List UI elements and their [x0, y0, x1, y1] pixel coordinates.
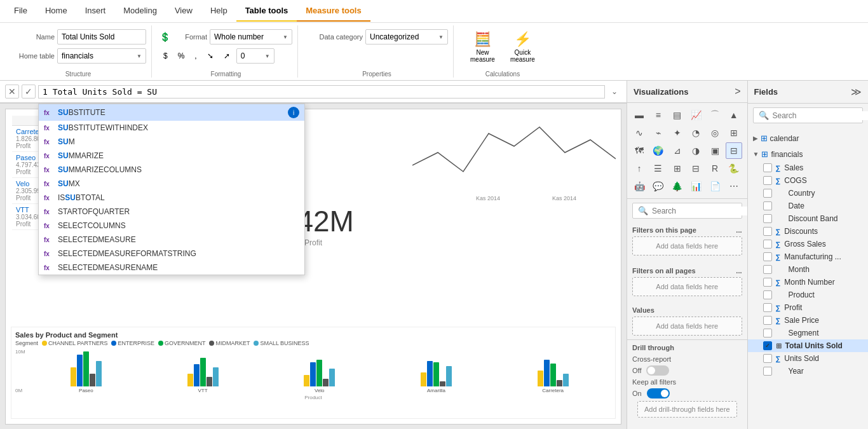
viz-more-icon[interactable]: ⋯: [726, 178, 742, 194]
fields-check-year[interactable]: [763, 367, 772, 376]
decimal-increase-btn[interactable]: ➚: [220, 50, 234, 62]
ac-item-sum[interactable]: fx SUM: [39, 135, 304, 149]
values-drop-area[interactable]: Add data fields here: [632, 317, 742, 336]
tab-help[interactable]: Help: [201, 1, 236, 22]
viz-matrix-icon[interactable]: ⊟: [688, 160, 704, 177]
fields-check-profit[interactable]: [763, 303, 772, 312]
fields-check-sales[interactable]: [763, 163, 772, 172]
viz-expand-button[interactable]: >: [735, 86, 740, 97]
new-measure-button[interactable]: 🧮 New measure: [464, 29, 501, 65]
ac-item-selectedmeasureformatstring[interactable]: fx SELECTEDMEASUREFORMATSTRING: [39, 247, 304, 261]
fields-item-month-number[interactable]: ∑ Month Number: [748, 276, 869, 289]
filters-page-drop-area[interactable]: Add data fields here: [632, 236, 742, 255]
fields-group-financials-header[interactable]: ▼ ⊞ financials: [748, 147, 869, 161]
fields-item-discount-band[interactable]: Discount Band: [748, 212, 869, 225]
viz-python-icon[interactable]: 🐍: [726, 160, 742, 177]
fields-item-cogs[interactable]: ∑ COGS: [748, 174, 869, 187]
viz-stacked-area-icon[interactable]: ▲: [726, 107, 742, 123]
tab-file[interactable]: File: [5, 1, 36, 22]
fields-check-date[interactable]: [763, 201, 772, 210]
fields-item-date[interactable]: Date: [748, 200, 869, 212]
ac-item-summarize[interactable]: fx SUMMARIZE: [39, 149, 304, 163]
viz-line-icon[interactable]: 📈: [688, 107, 704, 123]
viz-kpi-icon[interactable]: ↑: [631, 160, 648, 177]
ac-item-substitutewithindex[interactable]: fx SUBSTITUTEWITHINDEX: [39, 121, 304, 135]
viz-table-icon[interactable]: ⊞: [669, 160, 686, 177]
viz-search-input[interactable]: [652, 207, 747, 215]
ac-item-selectedmeasurename[interactable]: fx SELECTEDMEASURENAME: [39, 261, 304, 275]
formula-input[interactable]: 1 Total Units Sold = SU: [38, 85, 605, 99]
fields-check-discounts[interactable]: [763, 227, 772, 236]
viz-qa-icon[interactable]: 💬: [650, 178, 667, 194]
viz-gauge-icon[interactable]: ◑: [688, 142, 704, 159]
fields-check-month[interactable]: [763, 265, 772, 274]
viz-treemap-icon[interactable]: ⊞: [726, 125, 742, 141]
fields-item-profit[interactable]: ∑ Profit: [748, 301, 869, 314]
fields-check-totalunits[interactable]: ✓: [763, 341, 772, 350]
percent-btn[interactable]: %: [174, 50, 189, 62]
filters-all-more-icon[interactable]: ...: [736, 267, 742, 275]
filters-page-more-icon[interactable]: ...: [736, 226, 742, 234]
fields-check-segment[interactable]: [763, 329, 772, 337]
tab-view[interactable]: View: [166, 1, 201, 22]
viz-filled-map-icon[interactable]: 🌍: [650, 142, 667, 159]
tab-insert[interactable]: Insert: [76, 1, 115, 22]
fields-check-monthnumber[interactable]: [763, 278, 772, 287]
formula-close-button[interactable]: ✕: [5, 85, 19, 99]
viz-funnel-icon[interactable]: ⊿: [669, 142, 686, 159]
fields-search-input[interactable]: [773, 111, 868, 120]
fields-check-saleprice[interactable]: [763, 316, 772, 325]
ac-item-selectedmeasure[interactable]: fx SELECTEDMEASURE: [39, 233, 304, 247]
fields-item-gross-sales[interactable]: ∑ Gross Sales: [748, 238, 869, 250]
fields-item-product[interactable]: Product: [748, 289, 869, 301]
viz-paginated-icon[interactable]: 📄: [707, 178, 723, 194]
fields-check-manufacturing[interactable]: [763, 252, 772, 261]
fields-item-sale-price[interactable]: ∑ Sale Price: [748, 314, 869, 327]
fields-expand-button[interactable]: ≫: [851, 86, 862, 98]
fields-item-year[interactable]: Year: [748, 365, 869, 378]
viz-map-icon[interactable]: 🗺: [631, 142, 648, 159]
viz-card-icon[interactable]: ▣: [707, 142, 723, 159]
fields-item-segment[interactable]: Segment: [748, 327, 869, 339]
decimal-decrease-btn[interactable]: ➘: [203, 50, 217, 62]
fields-item-manufacturing[interactable]: ∑ Manufacturing ...: [748, 250, 869, 263]
viz-scatter-icon[interactable]: ✦: [669, 125, 686, 141]
ac-item-summarizecolumns[interactable]: fx SUMMARIZECOLUMNS: [39, 163, 304, 177]
decimal-dropdown[interactable]: 0 ▼: [236, 48, 275, 64]
ac-item-startofquarter[interactable]: fx STARTOFQUARTER: [39, 205, 304, 219]
tab-table-tools[interactable]: Table tools: [236, 1, 297, 22]
viz-r-script-icon[interactable]: R: [707, 160, 723, 177]
viz-ribbon-icon[interactable]: ⌁: [650, 125, 667, 141]
fields-check-country[interactable]: [763, 189, 772, 198]
format-dropdown[interactable]: Whole number ▼: [210, 29, 292, 44]
viz-100-bar-icon[interactable]: ▤: [669, 107, 686, 123]
viz-clustered-bar-icon[interactable]: ≡: [650, 107, 667, 123]
fields-check-unitssold[interactable]: [763, 354, 772, 363]
keep-filters-toggle[interactable]: [647, 388, 670, 398]
formula-check-button[interactable]: ✓: [22, 85, 36, 99]
viz-metrics-icon[interactable]: 📊: [688, 178, 704, 194]
fields-item-sales[interactable]: ∑ Sales: [748, 161, 869, 174]
cross-report-toggle[interactable]: [646, 365, 669, 376]
viz-decomp-icon[interactable]: 🌲: [669, 178, 686, 194]
add-drill-drop-area[interactable]: Add drill-through fields here: [637, 401, 737, 418]
dollar-btn[interactable]: $: [159, 50, 172, 62]
filters-all-drop-area[interactable]: Add data fields here: [632, 277, 742, 296]
quick-measure-button[interactable]: ⚡ Quick measure: [504, 29, 541, 65]
comma-btn[interactable]: ,: [191, 50, 200, 62]
viz-donut-icon[interactable]: ◎: [707, 125, 723, 141]
ac-info-button[interactable]: i: [288, 107, 299, 118]
ac-item-selectcolumns[interactable]: fx SELECTCOLUMNS: [39, 219, 304, 233]
data-category-dropdown[interactable]: Uncategorized ▼: [365, 29, 448, 44]
ac-item-substitute[interactable]: fx SUBSTITUTE i: [39, 104, 304, 121]
fields-item-country[interactable]: Country: [748, 187, 869, 200]
tab-measure-tools[interactable]: Measure tools: [297, 1, 370, 22]
tab-modeling[interactable]: Modeling: [114, 1, 166, 22]
fields-item-month[interactable]: Month: [748, 263, 869, 276]
fields-check-discountband[interactable]: [763, 214, 772, 223]
tab-home[interactable]: Home: [36, 1, 76, 22]
name-input[interactable]: [57, 29, 146, 44]
fields-item-total-units-sold[interactable]: ✓ ⊞ Total Units Sold: [748, 339, 869, 352]
fields-check-grosssales[interactable]: [763, 240, 772, 249]
viz-pie-icon[interactable]: ◔: [688, 125, 704, 141]
